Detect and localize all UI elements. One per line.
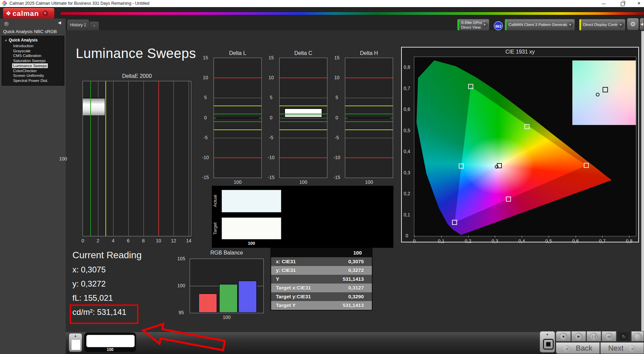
settings-button[interactable]: ⚙ bbox=[627, 18, 639, 30]
axis-tick-label: 0,4 bbox=[516, 238, 527, 244]
play-button[interactable]: ▶ bbox=[571, 331, 586, 342]
restore-icon bbox=[621, 2, 624, 6]
refresh-button[interactable]: ↻ bbox=[617, 331, 631, 342]
right-panel-handle[interactable] bbox=[641, 31, 644, 332]
axis-tick-label: 15 bbox=[330, 55, 343, 60]
minimize-icon bbox=[602, 4, 606, 4]
axis-tick-label: 105 bbox=[174, 256, 188, 261]
cie-marker-square bbox=[452, 220, 457, 225]
table-header: 100 bbox=[271, 248, 372, 257]
continuous-measure-button[interactable]: ∞ bbox=[602, 331, 616, 342]
sidebar-collapse-button[interactable]: ◀ bbox=[58, 20, 61, 25]
axis-tick-label: 10 bbox=[199, 75, 212, 80]
axis-tick-label: -15 bbox=[265, 175, 278, 180]
app-icon bbox=[2, 1, 7, 6]
back-label: Back bbox=[576, 344, 592, 352]
instrument-dropdown[interactable]: X-Rite i1Pro 3 Direct View ▼ bbox=[457, 19, 489, 31]
swatch-level-label: 100 bbox=[222, 241, 281, 246]
reference-line bbox=[214, 78, 261, 78]
annotation-highlight-box bbox=[70, 304, 138, 324]
table-row-label: Target Y bbox=[271, 301, 296, 310]
reference-line bbox=[345, 114, 393, 114]
table-row-value: 0,3272 bbox=[348, 266, 372, 275]
tab-history-1[interactable]: History 1 bbox=[67, 20, 89, 30]
cie-whitepoint-inset bbox=[572, 60, 636, 125]
page-title: Luminance Sweeps bbox=[76, 46, 196, 61]
extra-button[interactable] bbox=[631, 331, 644, 342]
axis-tick-label: 10 bbox=[265, 75, 278, 80]
reference-line bbox=[214, 157, 261, 158]
deltae-chart: 02468101214 bbox=[83, 81, 191, 236]
tree-item-colorchecker[interactable]: ColorChecker bbox=[12, 68, 38, 73]
tree-item-grayscale[interactable]: Grayscale bbox=[12, 49, 32, 53]
grid-line bbox=[143, 81, 144, 236]
tree-expander-icon[interactable]: ◢ bbox=[5, 39, 6, 41]
tree-item-saturation-sweeps[interactable]: Saturation Sweeps bbox=[12, 58, 47, 63]
axis-tick-label: 0 bbox=[78, 238, 88, 243]
table-row-value: 531,1413 bbox=[343, 275, 372, 284]
reference-line bbox=[214, 121, 261, 122]
reference-line bbox=[345, 78, 393, 78]
tick-mark bbox=[602, 236, 603, 238]
inset-marker-circle bbox=[596, 93, 600, 96]
tick-mark bbox=[414, 236, 415, 238]
axis-tick-label: 0 bbox=[265, 115, 278, 120]
close-button[interactable]: × bbox=[632, 0, 644, 7]
axis-tick-label: 0,2 bbox=[401, 191, 412, 196]
reference-line bbox=[345, 106, 393, 106]
reference-line bbox=[280, 121, 327, 122]
axis-tick-label: 15 bbox=[199, 55, 212, 60]
actual-color-swatch bbox=[222, 190, 281, 212]
chevron-up-icon: ▲ bbox=[69, 334, 82, 337]
axis-tick-label: -10 bbox=[265, 155, 278, 160]
back-button[interactable]: « Back bbox=[556, 342, 600, 354]
tree-item-cms-calibration[interactable]: CMS Calibration bbox=[12, 53, 42, 58]
minimize-button[interactable] bbox=[597, 0, 610, 7]
calman-menu-button[interactable]: ❖ calman ▼ bbox=[3, 8, 55, 19]
pattern-window-button[interactable]: ▲ bbox=[540, 331, 555, 353]
axis-tick-label: 0,8 bbox=[401, 64, 412, 70]
inset-marker-square bbox=[603, 87, 608, 92]
pattern-preview-swatch bbox=[71, 339, 81, 350]
add-tab-button[interactable]: + bbox=[90, 22, 99, 30]
tick-mark bbox=[549, 236, 549, 238]
tree-item-screen-uniformity[interactable]: Screen Uniformity bbox=[12, 73, 45, 78]
grid-line bbox=[345, 138, 393, 138]
pattern-popup-button[interactable]: ▲ bbox=[69, 333, 82, 352]
cie-marker-square bbox=[468, 84, 473, 89]
sidebar-dot-button[interactable] bbox=[4, 21, 9, 27]
cie-chart: 00,10,20,30,40,50,60,70,800,10,20,30,40,… bbox=[414, 57, 636, 236]
reference-line bbox=[280, 157, 327, 158]
axis-tick-label: -15 bbox=[330, 175, 343, 180]
grid-line bbox=[173, 81, 174, 236]
measurement-table: 100 x: CIE310,3075y: CIE310,3272Y531,141… bbox=[271, 248, 372, 310]
delta-c-xlabel: 100 bbox=[279, 179, 327, 185]
close-icon: × bbox=[637, 0, 640, 6]
stop-button[interactable]: ■ bbox=[556, 331, 571, 342]
rgb-balance-xlabel: 100 bbox=[190, 315, 264, 320]
gear-icon: ⚙ bbox=[630, 21, 636, 28]
table-row-value: 0,3290 bbox=[348, 292, 372, 301]
tree-root-label[interactable]: Quick Analysis bbox=[9, 38, 38, 42]
next-button[interactable]: Next » bbox=[600, 342, 644, 354]
pattern-generator-dropdown[interactable]: CalMAN Client 3 Pattern Generator ▼ bbox=[505, 19, 575, 31]
table-row: Target x:CIE310,3127 bbox=[271, 284, 372, 292]
infinity-icon: ∞ bbox=[605, 333, 613, 340]
delta-l-chart: 151050-5-10-15 bbox=[214, 58, 262, 178]
tree-item-introduction[interactable]: Introduction bbox=[12, 43, 34, 48]
tree-item-luminance-sweeps[interactable]: Luminance Sweeps bbox=[12, 63, 48, 68]
reference-line bbox=[158, 81, 159, 236]
pattern-range-button[interactable]: [··] bbox=[586, 331, 601, 342]
workflow-sidebar: ◀ Quick Analysis NBC sRGB ◢ Quick Analys… bbox=[0, 19, 66, 354]
grid-line bbox=[280, 98, 327, 98]
tree-item-spectral-power-dist-[interactable]: Spectral Power Dist. bbox=[12, 78, 49, 83]
collapse-panel-button[interactable]: ◀ bbox=[640, 18, 644, 30]
actual-label: Actual bbox=[213, 189, 218, 213]
display-control-dropdown[interactable]: Direct Display Control ▼ bbox=[579, 19, 625, 31]
tick-mark bbox=[468, 236, 469, 238]
restore-button[interactable] bbox=[616, 0, 629, 7]
cie-1931-panel: CIE 1931 xy 00,10,20,30,40,50,60,70,800,… bbox=[401, 47, 639, 242]
axis-tick-label: 0,1 bbox=[436, 238, 447, 244]
delta-h-xlabel: 100 bbox=[345, 179, 393, 185]
measurement-count-badge: 663 bbox=[494, 21, 503, 30]
